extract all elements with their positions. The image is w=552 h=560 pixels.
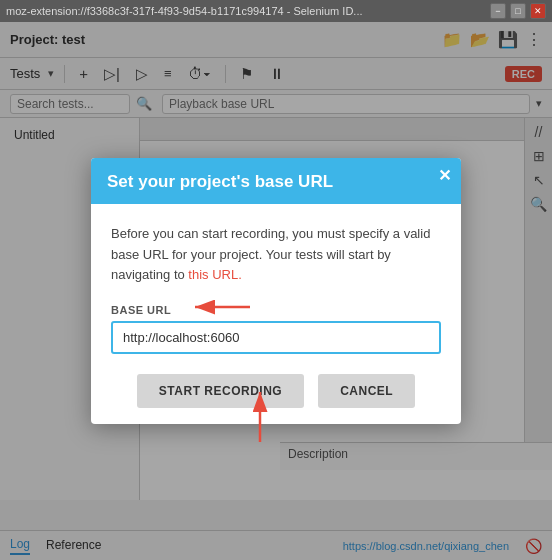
- window-title: moz-extension://f3368c3f-317f-4f93-9d54-…: [6, 5, 490, 17]
- modal-close-button[interactable]: ✕: [438, 166, 451, 185]
- modal-buttons: START RECORDING CANCEL: [111, 374, 441, 408]
- modal-title: Set your project's base URL: [107, 172, 333, 191]
- modal-description: Before you can start recording, you must…: [111, 224, 441, 286]
- base-url-input[interactable]: [111, 321, 441, 354]
- modal-link[interactable]: this URL.: [188, 267, 241, 282]
- modal-body: Before you can start recording, you must…: [91, 204, 461, 424]
- title-bar: moz-extension://f3368c3f-317f-4f93-9d54-…: [0, 0, 552, 22]
- minimize-button[interactable]: −: [490, 3, 506, 19]
- app-area: Project: test 📁 📂 💾 ⋮ Tests ▾ + ▷| ▷ ≡ ⏱…: [0, 22, 552, 560]
- modal-backdrop: Set your project's base URL ✕ Before you…: [0, 22, 552, 560]
- cancel-button[interactable]: CANCEL: [318, 374, 415, 408]
- base-url-label: BASE URL: [111, 304, 441, 316]
- modal-header: Set your project's base URL ✕: [91, 158, 461, 204]
- maximize-button[interactable]: □: [510, 3, 526, 19]
- modal-dialog: Set your project's base URL ✕ Before you…: [91, 158, 461, 424]
- start-recording-button[interactable]: START RECORDING: [137, 374, 304, 408]
- close-button[interactable]: ✕: [530, 3, 546, 19]
- window-controls: − □ ✕: [490, 3, 546, 19]
